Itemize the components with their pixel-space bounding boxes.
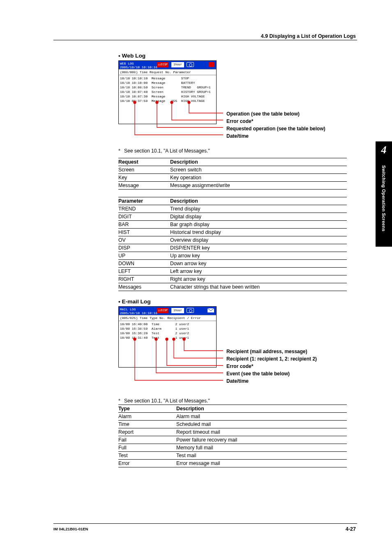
table-row: TestTest mail — [118, 452, 347, 460]
table-row: HISTHistorical trend display — [118, 229, 347, 236]
log-row: 10/09 15:31:40 Test 1 user1 — [120, 335, 215, 340]
log-row: 10/10 08:37:59 Message 155 HIGH VOLTAGE — [120, 99, 215, 103]
mail-icon — [207, 308, 214, 313]
emaillog-footnote: *See section 10.1, "A List of Messages." — [118, 398, 347, 404]
emaillog-column-header: (005/025) Time Type No. Recipient / Erro… — [119, 315, 216, 321]
callout-operation: Operation (see the table below) — [226, 110, 325, 118]
table-row: ReportReport timeout mail — [118, 428, 347, 436]
table-row: OVOverview display — [118, 236, 347, 244]
emaillog-screenshot: MAIL LOG 2005/10/10 10:10:10 ▯▯DISP 1hou… — [118, 306, 217, 368]
table-row: FullMemory full mail — [118, 444, 347, 452]
eye-icon — [187, 308, 194, 313]
chapter-side-tab: 4 Switching Operation Screens — [376, 141, 392, 247]
weblog-footnote: *See section 10.1, "A List of Messages." — [118, 148, 347, 154]
table-row: RIGHTRight arrow key — [118, 275, 347, 283]
log-row: 10/09 16:36:20 Test 2 user2 — [120, 331, 215, 335]
table-row: DOWNDown arrow key — [118, 260, 347, 268]
eye-icon — [187, 62, 194, 67]
hour-chip: 1hour — [171, 308, 184, 313]
th-parameter: Parameter — [118, 197, 170, 205]
weblog-body: 10/10 10:10:10 Message STOP10/10 10:10:0… — [119, 75, 216, 105]
disp-chip: ▯▯DISP — [157, 308, 168, 313]
table-row: ScreenScreen switch — [118, 166, 347, 174]
emaillog-callout-labels: Recipient (mail address, message) Recipi… — [226, 348, 317, 385]
th-description: Description — [170, 197, 347, 205]
chapter-title: Switching Operation Screens — [381, 165, 386, 243]
speaker-icon — [209, 62, 214, 67]
callout-recipient-num: Recipient (1: recipient 1, 2: recipient … — [226, 355, 317, 363]
table-row: KeyKey operation — [118, 174, 347, 182]
callout-datetime: Date/time — [226, 132, 325, 140]
th-type: Type — [118, 405, 176, 413]
table-row: MessagesCharacter strings that have been… — [118, 283, 347, 291]
weblog-column-header: (008/008) Time Request No. Parameter — [119, 69, 216, 75]
parameter-table: ParameterDescription TRENDTrend displayD… — [118, 197, 347, 291]
table-row: LEFTLeft arrow key — [118, 268, 347, 275]
table-row: BARBar graph display — [118, 221, 347, 229]
callout-event: Event (see the table below) — [226, 370, 317, 377]
th-description: Description — [170, 158, 347, 166]
table-row: MessageMessage assignment/write — [118, 182, 347, 190]
request-table: RequestDescription ScreenScreen switchKe… — [118, 158, 347, 190]
table-row: AlarmAlarm mail — [118, 413, 347, 421]
th-description: Description — [176, 405, 347, 413]
table-row: ErrorError message mail — [118, 460, 347, 467]
disp-chip: ▯▯DISP — [157, 62, 168, 67]
log-row: 10/10 10:07:40 Screen HISTORY GROUP=1 — [120, 90, 215, 94]
emaillog-heading: E-mail Log — [118, 298, 347, 305]
table-row: TimeScheduled mail — [118, 421, 347, 428]
callout-requested-op: Requested operation (see the table below… — [226, 125, 325, 132]
section-header: 4.9 Displaying a List of Operation Logs — [261, 33, 356, 39]
table-row: FailPower failure recovery mail — [118, 436, 347, 444]
log-row: 10/10 10:08:50 Screen TREND GROUP=1 — [120, 85, 215, 90]
table-row: TRENDTrend display — [118, 205, 347, 213]
weblog-screenshot: WEB LOG 2005/10/10 10:10:10 ▯▯DISP 1hour… — [118, 60, 217, 124]
weblog-heading: Web Log — [118, 53, 347, 59]
table-row: DISPDISP/ENTER key — [118, 244, 347, 252]
callout-errorcode: Error code* — [226, 118, 325, 125]
log-row: 10/10 10:07:30 Message HIGH VOLTAGE — [120, 94, 215, 99]
hour-chip: 1hour — [171, 62, 184, 67]
table-row: DIGITDigital display — [118, 213, 347, 221]
chapter-number: 4 — [376, 141, 392, 156]
emaillog-body: 10/09 16:40:00 Time 2 user210/09 16:38:5… — [119, 321, 216, 348]
log-row: 10/09 16:40:00 Time 2 user2 — [120, 322, 215, 326]
callout-recipient-msg: Recipient (mail address, message) — [226, 348, 317, 355]
weblog-callout-labels: Operation (see the table below) Error co… — [226, 110, 325, 140]
log-row: 10/10 10:10:10 Message STOP — [120, 76, 215, 81]
header-rule — [53, 40, 357, 40]
table-row: UPUp arrow key — [118, 252, 347, 260]
log-row: 10/09 16:38:59 Alarm 1 user1 — [120, 326, 215, 331]
footer-doc-id: IM 04L21B01-01EN — [53, 527, 88, 531]
th-request: Request — [118, 158, 170, 166]
footer-page-number: 4-27 — [346, 526, 356, 532]
callout-datetime: Date/time — [226, 377, 317, 385]
type-table: TypeDescription AlarmAlarm mailTimeSched… — [118, 405, 347, 467]
callout-errorcode: Error code* — [226, 363, 317, 370]
emaillog-titlebar: MAIL LOG 2005/10/10 10:10:10 ▯▯DISP 1hou… — [119, 307, 216, 315]
weblog-titlebar: WEB LOG 2005/10/10 10:10:10 ▯▯DISP 1hour — [119, 61, 216, 69]
log-row: 10/10 10:10:00 Message BATTERY — [120, 81, 215, 85]
footer-rule — [53, 523, 357, 524]
